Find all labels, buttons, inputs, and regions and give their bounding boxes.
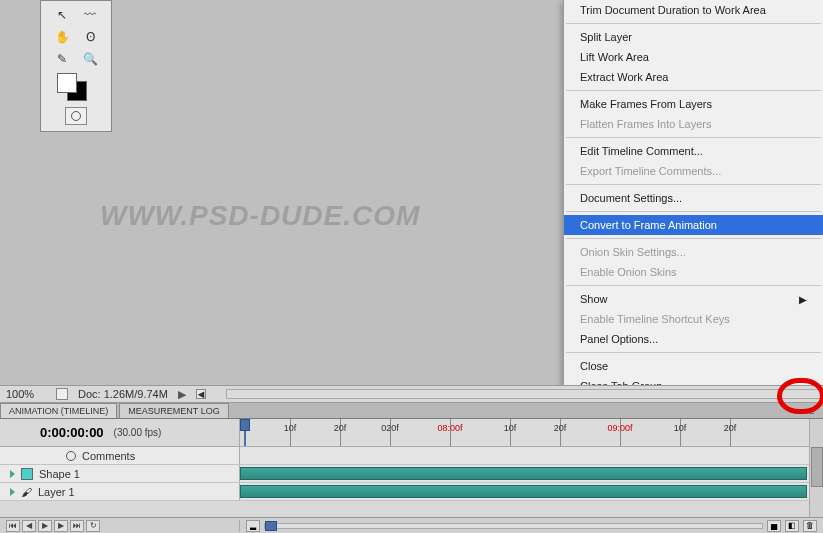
status-bar: 100% Doc: 1.26M/9.74M ▶ ◄: [0, 385, 823, 403]
menu-separator: [566, 137, 821, 138]
layer-thumb: [21, 468, 33, 480]
hscroll-left[interactable]: ◄: [196, 389, 206, 399]
ruler-label: 10f: [674, 423, 687, 433]
time-ruler[interactable]: 10f20f020f08:00f10f20f09:00f10f20f: [240, 419, 823, 446]
ruler-label: 08:00f: [437, 423, 462, 433]
expand-icon[interactable]: [10, 470, 15, 478]
arrow-tool[interactable]: ↖: [50, 5, 74, 25]
menu-separator: [566, 184, 821, 185]
zoom-slider[interactable]: [264, 523, 763, 529]
delete-icon[interactable]: 🗑: [803, 520, 817, 532]
menu-item[interactable]: Extract Work Area: [564, 67, 823, 87]
menu-item[interactable]: Close: [564, 356, 823, 376]
loop-button[interactable]: ↻: [86, 520, 100, 532]
zoom-in-icon[interactable]: ▅: [767, 520, 781, 532]
timeline-row[interactable]: 🖌Layer 1: [0, 483, 823, 501]
annotation-circle: [777, 378, 823, 414]
clip[interactable]: [240, 485, 807, 498]
toolbox: ↖ 〰 ✋ ʘ ✎ 🔍: [40, 0, 112, 132]
track[interactable]: [240, 447, 823, 464]
menu-item[interactable]: Lift Work Area: [564, 47, 823, 67]
menu-item[interactable]: Document Settings...: [564, 188, 823, 208]
timeline-vscroll[interactable]: [809, 419, 823, 533]
lasso2-tool[interactable]: ʘ: [78, 27, 102, 47]
ruler-label: 10f: [284, 423, 297, 433]
clock-icon: [66, 451, 76, 461]
menu-item: Flatten Frames Into Layers: [564, 114, 823, 134]
current-time[interactable]: 0:00:00:00: [40, 425, 104, 440]
tab-measurement[interactable]: MEASUREMENT LOG: [119, 403, 228, 418]
track[interactable]: [240, 483, 823, 500]
menu-separator: [566, 90, 821, 91]
layer-name: Shape 1: [39, 468, 80, 480]
panel-tabs: ANIMATION (TIMELINE) MEASUREMENT LOG: [0, 403, 823, 419]
menu-item[interactable]: Split Layer: [564, 27, 823, 47]
track[interactable]: [240, 465, 823, 482]
menu-item: Export Timeline Comments...: [564, 161, 823, 181]
menu-separator: [566, 238, 821, 239]
watermark-text: WWW.PSD-DUDE.COM: [100, 200, 420, 232]
menu-item[interactable]: Trim Document Duration to Work Area: [564, 0, 823, 20]
menu-item[interactable]: Panel Options...: [564, 329, 823, 349]
next-frame-button[interactable]: ▶: [54, 520, 68, 532]
zoom-value[interactable]: 100%: [6, 388, 46, 400]
menu-item: Enable Timeline Shortcut Keys: [564, 309, 823, 329]
menu-separator: [566, 285, 821, 286]
prev-frame-button[interactable]: ◀: [22, 520, 36, 532]
tab-animation[interactable]: ANIMATION (TIMELINE): [0, 403, 117, 418]
doc-size: Doc: 1.26M/9.74M: [78, 388, 168, 400]
fps-label: (30.00 fps): [114, 427, 162, 438]
zoom-out-icon[interactable]: ▂: [246, 520, 260, 532]
color-swatches[interactable]: [43, 73, 109, 103]
eyedropper-tool[interactable]: ✎: [50, 49, 74, 69]
menu-item[interactable]: Show▶: [564, 289, 823, 309]
lasso-tool[interactable]: 〰: [78, 5, 102, 25]
foreground-swatch[interactable]: [57, 73, 77, 93]
menu-item[interactable]: Edit Timeline Comment...: [564, 141, 823, 161]
clip[interactable]: [240, 467, 807, 480]
ruler-label: 20f: [554, 423, 567, 433]
expand-icon[interactable]: [10, 488, 15, 496]
menu-separator: [566, 23, 821, 24]
quickmask-button[interactable]: [65, 107, 87, 125]
brush-icon: 🖌: [21, 486, 32, 498]
menu-item: Onion Skin Settings...: [564, 242, 823, 262]
playback-controls: ⏮ ◀ ▶ ▶ ⏭ ↻: [0, 520, 240, 532]
menu-separator: [566, 211, 821, 212]
zoom-slider-thumb[interactable]: [265, 521, 277, 531]
rewind-button[interactable]: ⏮: [6, 520, 20, 532]
ruler-label: 20f: [724, 423, 737, 433]
menu-separator: [566, 352, 821, 353]
play-button[interactable]: ▶: [38, 520, 52, 532]
timeline-row[interactable]: Comments: [0, 447, 823, 465]
playhead[interactable]: [240, 419, 250, 446]
menu-item: Enable Onion Skins: [564, 262, 823, 282]
timeline-panel: 0:00:00:00 (30.00 fps) 10f20f020f08:00f1…: [0, 419, 823, 533]
hscroll-track[interactable]: [226, 389, 823, 399]
ruler-label: 10f: [504, 423, 517, 433]
layer-name: Layer 1: [38, 486, 75, 498]
hand-tool[interactable]: ✋: [50, 27, 74, 47]
menu-item[interactable]: Make Frames From Layers: [564, 94, 823, 114]
status-arrow-icon[interactable]: ▶: [178, 388, 186, 401]
ruler-label: 20f: [334, 423, 347, 433]
ruler-label: 020f: [381, 423, 399, 433]
end-button[interactable]: ⏭: [70, 520, 84, 532]
layer-name: Comments: [82, 450, 135, 462]
menu-item[interactable]: Convert to Frame Animation: [564, 215, 823, 235]
timeline-row[interactable]: Shape 1: [0, 465, 823, 483]
status-mini-button[interactable]: [56, 388, 68, 400]
zoom-tool[interactable]: 🔍: [78, 49, 102, 69]
onion-icon[interactable]: ◧: [785, 520, 799, 532]
ruler-label: 09:00f: [607, 423, 632, 433]
timeline-flyout-menu: Trim Document Duration to Work AreaSplit…: [563, 0, 823, 397]
